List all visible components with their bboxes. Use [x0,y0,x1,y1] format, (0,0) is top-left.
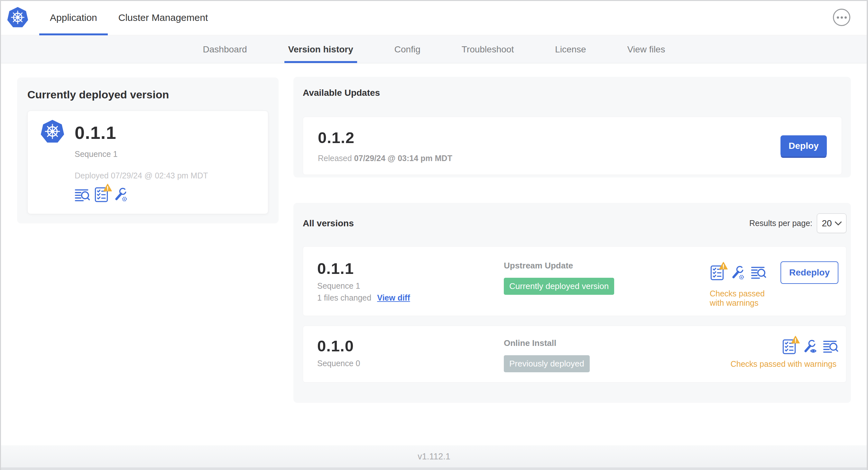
available-updates-panel: Available Updates 0.1.2 Released 07/29/2… [293,77,851,177]
deploy-button[interactable]: Deploy [780,135,827,157]
ellipsis-dot [844,16,847,19]
update-released-date: Released 07/29/24 @ 03:14 pm MDT [318,154,452,163]
app-header: Application Cluster Management [0,0,868,35]
app-level-tabs: Application Cluster Management [39,0,218,35]
tab-version-history[interactable]: Version history [288,36,353,63]
footer-bottom-strip [0,467,868,470]
all-versions-panel: All versions Results per page: 20 0.1.1 … [293,203,851,403]
row-source-label: Online Install [504,338,710,348]
tab-view-files-label: View files [627,44,665,55]
deployment-status-badge: Currently deployed version [504,278,614,295]
results-per-page: Results per page: 20 [749,213,846,233]
warning-triangle-icon [103,183,112,192]
main-content: Currently deployed version [0,63,868,445]
deploy-logs-icon[interactable] [75,189,90,202]
tab-cluster-management[interactable]: Cluster Management [108,0,218,35]
row-source-label: Upstream Update [504,261,710,271]
tab-license-label: License [555,44,586,55]
tab-application[interactable]: Application [39,0,108,35]
view-diff-link[interactable]: View diff [377,293,410,303]
ellipsis-dot [841,16,843,19]
deploy-logs-icon[interactable] [823,340,838,354]
current-version-number: 0.1.1 [75,122,117,143]
available-update-card: 0.1.2 Released 07/29/24 @ 03:14 pm MDT D… [303,117,842,175]
tab-troubleshoot-label: Troubleshoot [462,44,514,55]
screen-edge-right [867,0,868,470]
kubernetes-logo-icon [7,7,28,28]
tab-dashboard[interactable]: Dashboard [203,36,247,63]
tab-application-label: Application [50,12,97,23]
ellipsis-dot [837,16,839,19]
kubernetes-app-icon [40,120,64,145]
edit-config-icon[interactable] [113,187,128,202]
row-sequence: Sequence 0 [317,359,504,368]
released-date-value: 07/29/24 @ 03:14 pm MDT [354,154,452,163]
tab-view-files[interactable]: View files [627,36,665,63]
update-version-number: 0.1.2 [318,129,452,146]
results-per-page-select[interactable]: 20 [817,213,846,233]
app-subnav: Dashboard Version history Config Trouble… [0,36,868,63]
deployment-status-badge: Previously deployed [504,355,590,372]
console-version-label: v1.112.1 [417,452,451,462]
row-actions [782,339,838,354]
version-row: 0.1.0 Sequence 0 Online Install Previous… [303,326,846,382]
app-footer: v1.112.1 [0,445,868,470]
preflight-checks-warning-icon[interactable] [95,187,108,202]
row-actions: Redeploy [710,261,838,284]
current-version-deployed-date: Deployed 07/29/24 @ 02:43 pm MDT [75,171,255,180]
files-changed-label: 1 files changed [317,293,371,303]
tab-config[interactable]: Config [395,36,421,63]
preflight-checks-warning-icon[interactable] [782,339,796,354]
version-row: 0.1.1 Sequence 1 1 files changed View di… [303,246,846,316]
tab-dashboard-label: Dashboard [203,44,247,55]
results-per-page-value: 20 [822,218,832,229]
tab-config-label: Config [395,44,421,55]
tab-cluster-management-label: Cluster Management [118,12,208,23]
row-sequence: Sequence 1 [317,281,504,291]
currently-deployed-title: Currently deployed version [27,89,268,101]
current-version-actions [75,187,255,202]
tab-troubleshoot[interactable]: Troubleshoot [462,36,514,63]
warning-triangle-icon [719,262,728,270]
redeploy-button[interactable]: Redeploy [780,261,838,284]
preflight-checks-warning-icon[interactable] [710,265,724,280]
view-config-icon[interactable] [802,339,817,354]
all-versions-title: All versions [303,218,354,229]
checks-status-text: Checks passed with warnings [731,360,836,369]
edit-config-icon[interactable] [730,265,745,280]
released-prefix: Released [318,154,352,163]
ellipsis-menu-button[interactable] [833,9,850,26]
available-updates-title: Available Updates [303,88,842,98]
currently-deployed-card: 0.1.1 Sequence 1 Deployed 07/29/24 @ 02:… [27,110,268,214]
deploy-logs-icon[interactable] [751,266,766,280]
checks-status-text: Checks passed with warnings [710,289,772,308]
results-per-page-label: Results per page: [749,219,812,228]
currently-deployed-panel: Currently deployed version [17,77,279,224]
warning-triangle-icon [791,336,800,344]
current-version-sequence: Sequence 1 [75,149,255,159]
screen-edge-top [0,0,868,1]
row-version-number: 0.1.0 [317,337,504,355]
tab-version-history-label: Version history [288,44,353,55]
tab-license[interactable]: License [555,36,586,63]
row-version-number: 0.1.1 [317,260,504,277]
screen-edge-left [0,0,1,470]
chevron-down-icon [835,222,842,225]
